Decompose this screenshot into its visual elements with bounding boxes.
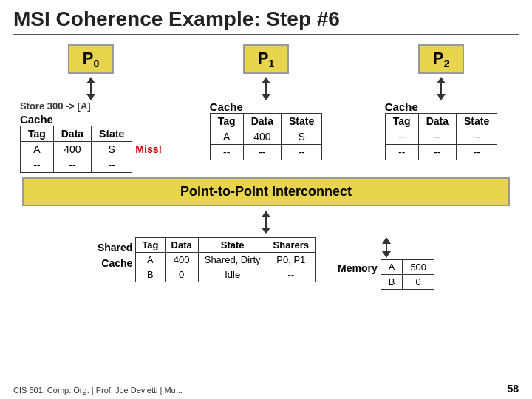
interconnect-bar: Point-to-Point Interconnect xyxy=(22,177,510,206)
p2-col-state: State xyxy=(456,114,497,129)
p2-r0-tag: -- xyxy=(385,129,418,145)
sc-col-state: State xyxy=(198,238,267,253)
p0-row-0: A 400 S xyxy=(20,142,132,157)
p1-r1-data: -- xyxy=(243,145,281,160)
sc-col-tag: Tag xyxy=(136,238,165,253)
p2-sub: 2 xyxy=(443,58,449,69)
p1-col-tag: Tag xyxy=(210,114,243,129)
memory-inner: Memory A 500 B 0 xyxy=(338,259,434,290)
shared-label-line2: Cache xyxy=(101,257,132,269)
page-number: 58 xyxy=(507,383,519,395)
page: MSI Coherence Example: Step #6 P0 Store … xyxy=(0,0,532,399)
shared-label-line1: Shared xyxy=(98,242,132,253)
mem-r1-addr: B xyxy=(381,275,403,290)
p2-r0-data: -- xyxy=(418,129,456,145)
p0-arrow-down-icon xyxy=(86,94,95,100)
p1-r0-state: S xyxy=(281,129,321,145)
p2-row-0: -- -- -- xyxy=(385,129,497,145)
p0-arrow xyxy=(86,77,95,100)
memory-table: A 500 B 0 xyxy=(381,259,434,290)
sc-r1-tag: B xyxy=(136,267,165,282)
sc-r0-state: Shared, Dirty xyxy=(198,253,267,267)
p1-cache-label: Cache xyxy=(210,100,243,113)
memory-label: Memory xyxy=(338,262,378,274)
memory-arrow-down-icon xyxy=(382,251,391,258)
p0-r0-data: 400 xyxy=(53,142,91,157)
p0-store-label: Store 300 -> [A] xyxy=(20,100,91,112)
sc-r0-sharers: P0, P1 xyxy=(267,253,315,267)
sc-r0-tag: A xyxy=(136,253,165,267)
shared-cache-block: Shared Cache Tag Data State Sharers xyxy=(98,237,316,282)
sc-col-data: Data xyxy=(165,238,198,253)
p1-sub: 1 xyxy=(268,58,274,69)
processor-p2: P2 Cache Tag Data State xyxy=(364,44,519,160)
sc-r1-state: Idle xyxy=(198,267,267,282)
sc-r0-data: 400 xyxy=(165,253,198,267)
sc-col-sharers: Sharers xyxy=(267,238,315,253)
p0-r1-state: -- xyxy=(92,157,132,173)
processor-p1: P1 Cache Tag Data State xyxy=(188,44,344,160)
mem-row-0: A 500 xyxy=(381,260,434,275)
p1-arrow xyxy=(262,77,270,100)
shared-cache-label: Shared Cache xyxy=(98,240,132,271)
mem-r0-val: 500 xyxy=(403,260,434,275)
p0-miss-label: Miss! xyxy=(135,143,162,155)
p1-cache-table: Tag Data State A 400 S xyxy=(210,113,322,160)
p0-label: P0 xyxy=(68,44,114,74)
footnote: CIS 501: Comp. Org. | Prof. Joe Devietti… xyxy=(13,386,183,395)
memory-arrow-up-icon xyxy=(382,237,391,244)
sc-r1-sharers: -- xyxy=(267,267,315,282)
interconnect-section: Point-to-Point Interconnect xyxy=(13,177,519,206)
sc-r1-data: 0 xyxy=(165,267,198,282)
p0-r0-tag: A xyxy=(20,142,53,157)
memory-arrow xyxy=(382,237,391,258)
interconnect-bottom-arrow-down-icon xyxy=(262,228,270,234)
p1-row-1: -- -- -- xyxy=(210,145,321,160)
p0-r0-state: S xyxy=(92,142,132,157)
p2-cache-label: Cache xyxy=(385,100,418,113)
processors-row: P0 Store 300 -> [A] Cache Tag xyxy=(13,44,519,173)
mem-r1-val: 0 xyxy=(403,275,434,290)
p1-r1-tag: -- xyxy=(210,145,243,160)
p2-cache-table: Tag Data State -- -- -- xyxy=(385,113,497,160)
p0-col-state: State xyxy=(92,126,132,142)
p2-r1-tag: -- xyxy=(385,145,418,160)
sc-row-0: A 400 Shared, Dirty P0, P1 xyxy=(136,253,316,267)
p1-arrow-down-icon xyxy=(262,94,270,100)
shared-cache-inner: Shared Cache Tag Data State Sharers xyxy=(98,237,316,282)
p0-arrow-up-icon xyxy=(86,77,95,83)
p2-arrow-up-icon xyxy=(437,77,446,83)
p2-arrow-line xyxy=(440,83,442,94)
interconnect-bottom-arrow-line xyxy=(265,217,267,228)
main-content: P0 Store 300 -> [A] Cache Tag xyxy=(13,44,519,392)
p1-label: P1 xyxy=(243,44,289,74)
p2-r1-data: -- xyxy=(418,145,456,160)
p1-r0-data: 400 xyxy=(243,129,281,145)
p0-col-tag: Tag xyxy=(20,126,53,142)
p1-arrow-line xyxy=(265,83,267,94)
interconnect-bottom-arrow xyxy=(262,211,270,234)
shared-cache-table: Tag Data State Sharers A 400 xyxy=(135,237,316,282)
p2-label: P2 xyxy=(418,44,464,74)
p0-r1-data: -- xyxy=(53,157,91,173)
p2-r1-state: -- xyxy=(456,145,497,160)
p1-r1-state: -- xyxy=(281,145,321,160)
p2-col-tag: Tag xyxy=(385,114,418,129)
p1-r0-tag: A xyxy=(210,129,243,145)
p2-col-data: Data xyxy=(418,114,456,129)
p0-sub: 0 xyxy=(93,58,99,69)
mem-row-1: B 0 xyxy=(381,275,434,290)
memory-block: Memory A 500 B 0 xyxy=(338,237,434,290)
processor-p0: P0 Store 300 -> [A] Cache Tag xyxy=(13,44,168,173)
p0-row-1: -- -- -- xyxy=(20,157,132,173)
p2-arrow xyxy=(437,77,446,100)
p0-cache-label: Cache xyxy=(20,113,53,126)
p1-col-state: State xyxy=(281,114,321,129)
interconnect-bottom-arrow-up-icon xyxy=(262,211,270,217)
p2-row-1: -- -- -- xyxy=(385,145,497,160)
p0-r1-tag: -- xyxy=(20,157,53,173)
mem-r0-addr: A xyxy=(381,260,403,275)
p1-arrow-up-icon xyxy=(262,77,270,83)
p0-col-data: Data xyxy=(53,126,91,142)
p2-arrow-down-icon xyxy=(437,94,446,100)
